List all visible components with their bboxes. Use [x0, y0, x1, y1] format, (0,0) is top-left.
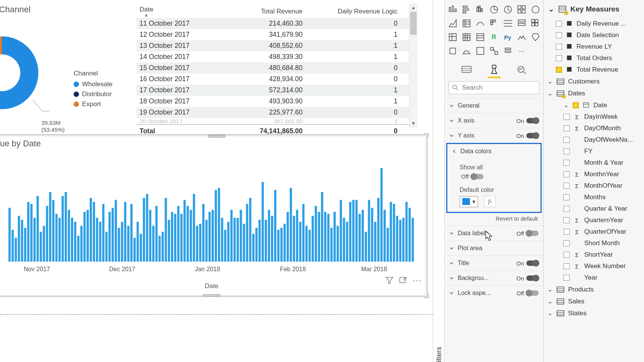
- fields-table[interactable]: ⌄ States: [544, 307, 644, 319]
- viz-type-combo[interactable]: [475, 4, 486, 15]
- checkbox[interactable]: [564, 171, 570, 177]
- col-total-revenue[interactable]: Total Revenue: [216, 3, 306, 18]
- resize-handle[interactable]: [424, 133, 429, 138]
- field-item[interactable]: Quarter & Year: [544, 203, 644, 215]
- default-color-picker[interactable]: ▾: [460, 196, 478, 207]
- fields-table[interactable]: ⌄ Products: [544, 283, 644, 295]
- table-row[interactable]: 18 October 2017493,903.901: [136, 96, 409, 107]
- viz-type-qa[interactable]: [530, 31, 541, 43]
- format-title[interactable]: Title On: [445, 256, 543, 270]
- checkbox[interactable]: [564, 114, 570, 120]
- fields-table[interactable]: ⌄ Dates: [544, 87, 644, 99]
- table-row[interactable]: 20 October 2017307,002.501: [136, 118, 409, 125]
- field-item[interactable]: ΣQuarterOfYear: [544, 226, 644, 238]
- field-item[interactable]: FY: [544, 146, 644, 157]
- format-tab[interactable]: [486, 63, 502, 76]
- legend-item[interactable]: Wholesale: [74, 80, 112, 88]
- legend-item[interactable]: Distributor: [74, 90, 112, 98]
- background-toggle[interactable]: On: [516, 275, 539, 282]
- scroll-down-icon[interactable]: ▼: [409, 119, 417, 128]
- checkbox[interactable]: [564, 183, 570, 189]
- table-row[interactable]: 16 October 2017428,934.000: [136, 74, 409, 85]
- table-row[interactable]: 17 October 2017572,314.001: [136, 85, 409, 96]
- donut-visual[interactable]: 39.63M (53.45%) Channel WholesaleDistrib…: [0, 19, 119, 130]
- checkbox[interactable]: [564, 137, 570, 143]
- checkbox[interactable]: [564, 125, 570, 131]
- format-plot-area[interactable]: Plot area: [445, 241, 543, 256]
- viz-type-table2[interactable]: [461, 31, 472, 43]
- lock-aspect-toggle[interactable]: Off: [516, 290, 539, 296]
- viz-type-decomposition[interactable]: [516, 31, 527, 43]
- fields-tab[interactable]: [458, 63, 475, 76]
- x-axis-toggle[interactable]: On: [516, 118, 539, 124]
- table-visual[interactable]: Date▲ Total Revenue Daily Revenue Logic …: [136, 3, 418, 128]
- format-y-axis[interactable]: Y axis On: [445, 128, 543, 143]
- viz-type-globe[interactable]: [530, 4, 541, 15]
- viz-type-cards[interactable]: [488, 18, 500, 29]
- table-row[interactable]: 15 October 2017480,684.800: [136, 62, 409, 74]
- field-item[interactable]: ΣShortYear: [544, 249, 644, 260]
- viz-type-arcgis[interactable]: [475, 45, 486, 57]
- checkbox[interactable]: [564, 194, 570, 200]
- resize-handle[interactable]: [424, 293, 429, 298]
- viz-type-treemap[interactable]: [516, 4, 527, 15]
- field-item[interactable]: Daily Revenue ...: [544, 18, 644, 29]
- field-item[interactable]: ✓Total Revenue: [544, 64, 644, 75]
- field-item[interactable]: ΣMonthnYear: [544, 169, 644, 180]
- field-item[interactable]: Month & Year: [544, 157, 644, 169]
- field-item[interactable]: ΣQuarternYear: [544, 215, 644, 226]
- viz-type-gauge[interactable]: [475, 18, 486, 29]
- checkbox[interactable]: [564, 217, 570, 223]
- table-row[interactable]: 11 October 2017214,460.300: [136, 18, 409, 29]
- format-data-colors[interactable]: Data colors: [447, 144, 540, 159]
- viz-type-py-visual[interactable]: R: [488, 31, 500, 43]
- resize-grip[interactable]: [203, 294, 220, 297]
- table-scrollbar[interactable]: ▲ ▼: [409, 3, 417, 128]
- checkbox[interactable]: ✓: [556, 67, 562, 73]
- viz-type-multirow[interactable]: [516, 18, 527, 29]
- viz-type-more[interactable]: [488, 45, 500, 57]
- viz-type-icon[interactable]: [502, 45, 514, 57]
- checkbox[interactable]: [564, 160, 570, 166]
- format-data-labels[interactable]: Data labels Off: [445, 226, 543, 241]
- viz-type-bar-horizontal[interactable]: [461, 4, 472, 15]
- filters-pane-collapsed[interactable]: ilters: [433, 0, 445, 362]
- bar-visual[interactable]: ··· Nov 2017Dec 2017Jan 2018Feb 2018Mar …: [0, 136, 426, 296]
- field-item[interactable]: ΣMonthOfYear: [544, 180, 644, 192]
- viz-type-matrix[interactable]: [461, 18, 472, 29]
- viz-type-powerapps[interactable]: [461, 45, 472, 57]
- format-general[interactable]: General: [445, 98, 543, 113]
- viz-type-stacked-bar[interactable]: [447, 4, 458, 15]
- field-item[interactable]: DayOfWeekNa...: [544, 134, 644, 146]
- fields-table[interactable]: ⌄ Sales: [544, 295, 644, 307]
- viz-type-icon[interactable]: ···: [516, 45, 527, 57]
- field-item[interactable]: Revenue LY: [544, 41, 644, 52]
- fields-table-key-measures[interactable]: ⌄ Key Measures: [544, 0, 644, 18]
- field-item[interactable]: ⌄✓Date: [544, 99, 644, 111]
- field-item[interactable]: Months: [544, 192, 644, 203]
- viz-type-slicer[interactable]: [502, 18, 514, 29]
- checkbox[interactable]: [564, 275, 570, 281]
- field-item[interactable]: Short Month: [544, 238, 644, 249]
- checkbox[interactable]: [564, 240, 570, 246]
- analytics-tab[interactable]: [514, 63, 530, 76]
- checkbox[interactable]: [564, 206, 570, 212]
- checkbox[interactable]: [564, 229, 570, 235]
- checkbox[interactable]: [556, 44, 562, 50]
- viz-type-donut[interactable]: [502, 4, 514, 15]
- checkbox[interactable]: [564, 263, 570, 269]
- table-row[interactable]: 12 October 2017341,679.901: [136, 29, 409, 40]
- format-x-axis[interactable]: X axis On: [445, 113, 543, 128]
- viz-type-r-visual[interactable]: [475, 31, 486, 43]
- show-all-toggle[interactable]: Off: [461, 173, 534, 180]
- viz-type-pie[interactable]: [488, 4, 500, 15]
- checkbox[interactable]: [556, 32, 562, 38]
- conditional-formatting-button[interactable]: fx: [484, 196, 496, 207]
- table-row[interactable]: 14 October 2017498,339.301: [136, 51, 409, 62]
- viz-type-key-influencers[interactable]: Py: [502, 31, 514, 43]
- viz-type-paginated[interactable]: [447, 45, 458, 57]
- title-toggle[interactable]: On: [516, 260, 539, 267]
- format-search-input[interactable]: Search: [449, 81, 539, 94]
- checkbox[interactable]: [556, 21, 562, 27]
- field-item[interactable]: Date Selection: [544, 29, 644, 41]
